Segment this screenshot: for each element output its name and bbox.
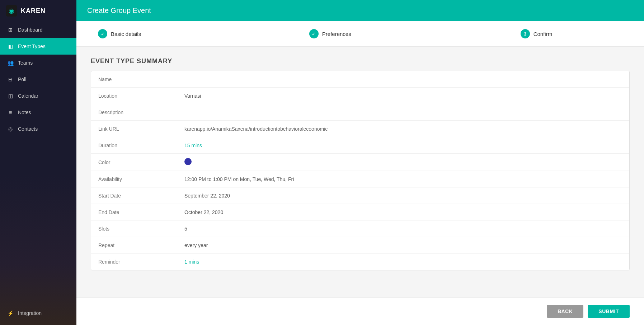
row-label-link-url: Link URL xyxy=(91,122,177,136)
submit-button[interactable]: SUBMIT xyxy=(588,305,630,318)
app-title: KAREN xyxy=(21,7,46,15)
row-value-slots: 5 xyxy=(177,222,629,236)
step-1-label: Basic details xyxy=(111,31,141,37)
teams-icon: 👥 xyxy=(7,60,14,66)
table-row: Start Date September 22, 2020 xyxy=(91,187,629,204)
row-value-color xyxy=(177,154,629,171)
row-label-duration: Duration xyxy=(91,138,177,153)
step-3-number: 3 xyxy=(524,31,526,37)
row-value-link-url: karenapp.io/AnamikaSaxena/introductionto… xyxy=(177,122,629,136)
row-label-availability: Availability xyxy=(91,172,177,186)
sidebar-item-notes[interactable]: ≡ Notes xyxy=(0,104,76,121)
row-value-availability: 12:00 PM to 1:00 PM on Mon, Tue, Wed, Th… xyxy=(177,172,629,186)
sidebar-item-integration[interactable]: ⚡ Integration xyxy=(0,305,76,321)
main-content: Create Group Event ✓ Basic details ✓ Pre… xyxy=(76,0,644,325)
sidebar-item-teams[interactable]: 👥 Teams xyxy=(0,55,76,71)
step-3-icon: 3 xyxy=(521,29,530,38)
table-row: Color xyxy=(91,154,629,171)
color-dot xyxy=(184,158,192,165)
sidebar-item-poll[interactable]: ⊟ Poll xyxy=(0,71,76,88)
notes-icon: ≡ xyxy=(7,109,14,116)
row-value-description xyxy=(177,108,629,117)
page-title: Create Group Event xyxy=(87,6,151,14)
sidebar-header: ◉ KAREN xyxy=(0,0,76,22)
row-value-reminder: 1 mins xyxy=(177,255,629,269)
step-confirm: 3 Confirm xyxy=(521,29,622,38)
sidebar-item-dashboard[interactable]: ⊞ Dashboard xyxy=(0,22,76,38)
sidebar-bottom: ⚡ Integration xyxy=(0,305,76,325)
sidebar-nav: ⊞ Dashboard ◧ Event Types 👥 Teams ⊟ Poll… xyxy=(0,22,76,305)
row-value-end-date: October 22, 2020 xyxy=(177,205,629,219)
dashboard-icon: ⊞ xyxy=(7,27,14,33)
row-label-end-date: End Date xyxy=(91,205,177,219)
action-row: BACK SUBMIT xyxy=(76,297,644,325)
step-1-check: ✓ xyxy=(101,31,105,37)
table-row: Reminder 1 mins xyxy=(91,254,629,270)
calendar-icon: ◫ xyxy=(7,93,14,99)
row-value-name xyxy=(177,75,629,84)
sidebar-item-contacts[interactable]: ◎ Contacts xyxy=(0,121,76,137)
row-value-repeat: every year xyxy=(177,238,629,252)
step-2-check: ✓ xyxy=(312,31,316,37)
row-label-slots: Slots xyxy=(91,222,177,236)
table-row: End Date October 22, 2020 xyxy=(91,204,629,220)
row-label-description: Description xyxy=(91,105,177,120)
integration-icon: ⚡ xyxy=(7,310,14,316)
sidebar-item-label: Notes xyxy=(18,110,31,115)
summary-section-title: EVENT TYPE SUMMARY xyxy=(91,57,630,65)
event-types-icon: ◧ xyxy=(7,43,14,50)
row-label-location: Location xyxy=(91,89,177,103)
row-value-duration: 15 mins xyxy=(177,138,629,153)
summary-table: Name Location Varnasi Description Link U… xyxy=(91,71,630,270)
row-value-start-date: September 22, 2020 xyxy=(177,189,629,203)
table-row: Availability 12:00 PM to 1:00 PM on Mon,… xyxy=(91,171,629,187)
table-row: Repeat every year xyxy=(91,237,629,254)
page-header: Create Group Event xyxy=(76,0,644,21)
row-label-start-date: Start Date xyxy=(91,189,177,203)
back-button[interactable]: BACK xyxy=(547,305,583,318)
step-3-label: Confirm xyxy=(533,31,553,37)
step-preferences: ✓ Preferences xyxy=(309,29,411,38)
table-row: Slots 5 xyxy=(91,220,629,237)
sidebar-item-label: Integration xyxy=(18,310,42,316)
app-logo-icon: ◉ xyxy=(6,5,17,17)
sidebar-item-label: Dashboard xyxy=(18,27,43,33)
row-label-reminder: Reminder xyxy=(91,255,177,269)
table-row: Duration 15 mins xyxy=(91,137,629,154)
step-1-icon: ✓ xyxy=(98,29,107,38)
table-row: Link URL karenapp.io/AnamikaSaxena/intro… xyxy=(91,121,629,137)
sidebar-item-label: Contacts xyxy=(18,126,38,132)
steps-container: ✓ Basic details ✓ Preferences 3 Confirm xyxy=(76,21,644,47)
step-2-label: Preferences xyxy=(322,31,351,37)
sidebar-item-label: Calendar xyxy=(18,93,38,99)
contacts-icon: ◎ xyxy=(7,126,14,132)
row-label-repeat: Repeat xyxy=(91,238,177,252)
step-basic-details: ✓ Basic details xyxy=(98,29,200,38)
step-line-2 xyxy=(415,34,517,34)
sidebar: ◉ KAREN ⊞ Dashboard ◧ Event Types 👥 Team… xyxy=(0,0,76,325)
poll-icon: ⊟ xyxy=(7,76,14,83)
row-value-location: Varnasi xyxy=(177,89,629,103)
step-line-1 xyxy=(203,34,305,34)
row-label-name: Name xyxy=(91,72,177,87)
content-area: EVENT TYPE SUMMARY Name Location Varnasi… xyxy=(76,47,644,297)
sidebar-item-event-types[interactable]: ◧ Event Types xyxy=(0,38,76,55)
table-row: Location Varnasi xyxy=(91,88,629,104)
table-row: Description xyxy=(91,104,629,121)
table-row: Name xyxy=(91,71,629,88)
step-2-icon: ✓ xyxy=(309,29,319,38)
row-label-color: Color xyxy=(91,155,177,170)
sidebar-item-label: Teams xyxy=(18,60,33,66)
sidebar-item-label: Event Types xyxy=(18,43,46,49)
sidebar-item-label: Poll xyxy=(18,76,26,82)
sidebar-item-calendar[interactable]: ◫ Calendar xyxy=(0,88,76,104)
